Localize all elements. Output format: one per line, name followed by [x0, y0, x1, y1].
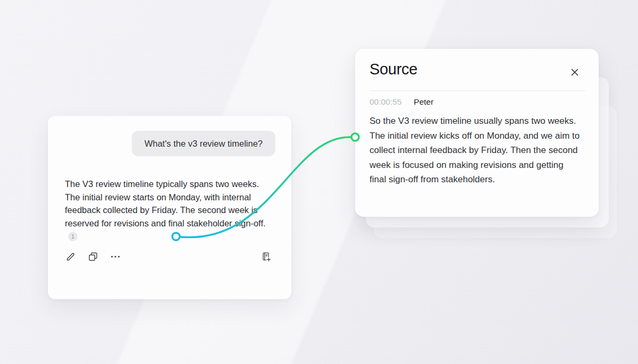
transcript-text: So the V3 review timeline usually spans … — [370, 114, 581, 187]
chat-card: What's the v3 review timeline? The V3 re… — [48, 116, 291, 299]
transcript-meta: 00:00:55 Peter — [370, 97, 433, 107]
source-panel: Source 00:00:55 Peter So the V3 review t… — [355, 49, 599, 217]
assistant-answer-text: The V3 review timeline typically spans t… — [65, 179, 266, 228]
edit-icon[interactable] — [65, 251, 76, 262]
divider — [370, 90, 585, 91]
source-panel-title: Source — [370, 60, 417, 79]
timestamp: 00:00:55 — [370, 97, 401, 107]
user-question-text: What's the v3 review timeline? — [145, 139, 263, 148]
close-icon[interactable] — [570, 68, 579, 77]
canvas-background: What's the v3 review timeline? The V3 re… — [0, 0, 638, 364]
add-to-note-icon[interactable] — [261, 251, 271, 262]
user-question-bubble: What's the v3 review timeline? — [132, 131, 275, 156]
citation-badge[interactable]: 1 — [68, 232, 78, 241]
copy-icon[interactable] — [88, 251, 98, 262]
message-toolbar — [65, 251, 121, 262]
speaker-name: Peter — [414, 97, 433, 107]
assistant-answer: The V3 review timeline typically spans t… — [65, 177, 271, 243]
more-icon[interactable] — [110, 251, 121, 262]
